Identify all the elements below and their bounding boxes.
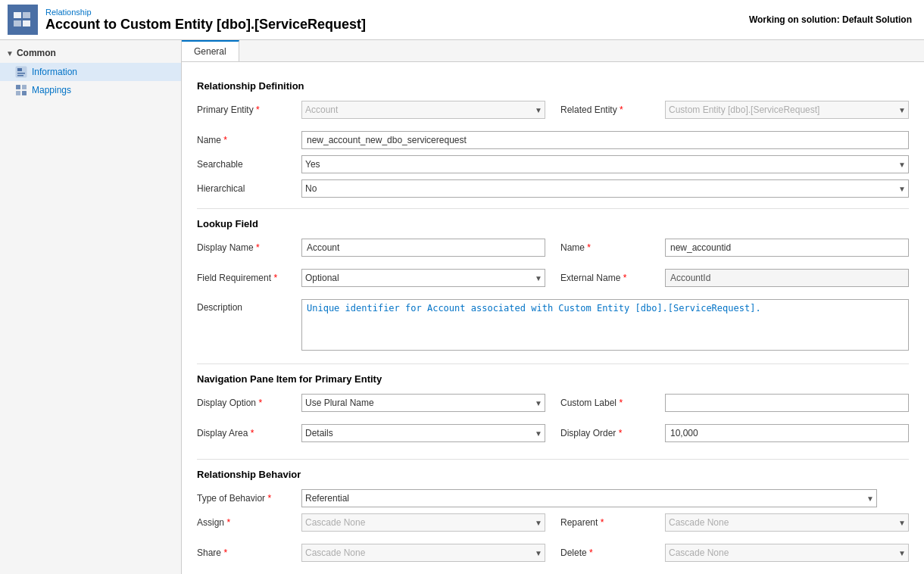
reparent-value: Cascade None ▼ [665, 513, 909, 532]
svg-rect-9 [22, 85, 27, 89]
type-behavior-select[interactable]: Referential Parental Configurable Cascad… [301, 489, 877, 507]
type-behavior-select-wrapper: Referential Parental Configurable Cascad… [301, 489, 877, 507]
display-order-required: * [619, 428, 623, 438]
field-requirement-field: Field Requirement * Optional Required Re… [197, 269, 545, 287]
divider-3 [197, 459, 909, 460]
display-order-input[interactable] [665, 424, 909, 442]
field-requirement-value: Optional Required Recommended ▼ [301, 269, 545, 287]
primary-entity-required: * [256, 105, 260, 115]
share-field: Share * Cascade None ▼ [197, 544, 545, 562]
form-content: Relationship Definition Primary Entity *… [182, 62, 924, 574]
display-area-required: * [251, 428, 254, 438]
description-textarea[interactable]: Unique identifier for Account associated… [301, 299, 909, 351]
type-behavior-required: * [267, 493, 271, 504]
mappings-icon [15, 84, 27, 96]
divider-2 [197, 363, 909, 364]
display-area-field: Display Area * Details Marketing Sales S… [197, 424, 545, 442]
section-title-behavior: Relationship Behavior [197, 469, 909, 480]
lookup-name-input[interactable] [665, 239, 909, 257]
external-name-value [665, 269, 909, 287]
external-name-required: * [623, 273, 627, 283]
svg-rect-3 [23, 20, 30, 27]
primary-entity-label: Primary Entity * [197, 105, 295, 115]
display-area-order-row: Display Area * Details Marketing Sales S… [197, 424, 909, 448]
header-left: Relationship Account to Custom Entity [d… [8, 5, 366, 35]
reparent-label: Reparent * [560, 517, 659, 528]
lookup-name-required: * [587, 242, 591, 253]
collapse-icon: ▼ [6, 49, 14, 58]
primary-entity-select[interactable]: Account [301, 101, 545, 119]
assign-required: * [226, 517, 230, 528]
sidebar-item-information[interactable]: Information [0, 63, 181, 81]
display-name-field: Display Name * [197, 239, 545, 257]
display-area-select[interactable]: Details Marketing Sales Service [301, 424, 545, 442]
assign-reparent-row: Assign * Cascade None ▼ [197, 513, 909, 538]
display-order-label: Display Order * [560, 428, 659, 438]
section-title-nav-pane: Navigation Pane Item for Primary Entity [197, 373, 909, 385]
body-container: ▼ Common Information Map [0, 40, 924, 574]
type-behavior-value: Referential Parental Configurable Cascad… [301, 489, 877, 507]
searchable-select-wrapper: Yes No ▼ [301, 155, 909, 173]
tab-general[interactable]: General [182, 40, 239, 61]
assign-select[interactable]: Cascade None [301, 513, 545, 532]
external-name-input[interactable] [665, 269, 909, 287]
assign-value: Cascade None ▼ [301, 513, 545, 532]
delete-required: * [589, 547, 593, 558]
svg-rect-11 [22, 91, 27, 95]
svg-rect-10 [16, 91, 20, 95]
svg-rect-1 [23, 12, 30, 18]
searchable-select[interactable]: Yes No [301, 155, 909, 173]
svg-rect-0 [14, 12, 21, 18]
field-requirement-select[interactable]: Optional Required Recommended [301, 269, 545, 287]
related-entity-select[interactable]: Custom Entity [dbo].[ServiceRequest] [665, 101, 909, 119]
reparent-required: * [601, 517, 604, 528]
type-behavior-label: Type of Behavior * [197, 493, 295, 504]
name-input[interactable] [301, 131, 909, 149]
custom-label-required: * [619, 398, 623, 408]
assign-label: Assign * [197, 517, 295, 528]
assign-select-wrapper: Cascade None ▼ [301, 513, 545, 532]
share-select[interactable]: Cascade None [301, 544, 545, 562]
display-order-value [665, 424, 909, 442]
svg-rect-5 [17, 68, 22, 71]
display-name-value [301, 239, 545, 257]
delete-select[interactable]: Cascade None [665, 544, 909, 562]
lookup-name-field: Name * [560, 239, 909, 257]
sidebar-item-information-label: Information [32, 67, 77, 77]
svg-rect-7 [17, 75, 23, 76]
sidebar-item-mappings[interactable]: Mappings [0, 81, 181, 99]
primary-entity-field: Primary Entity * Account ▼ [197, 101, 545, 119]
sidebar-section-common[interactable]: ▼ Common [0, 43, 181, 63]
hierarchical-select[interactable]: No Yes [301, 179, 909, 198]
field-req-external-row: Field Requirement * Optional Required Re… [197, 269, 909, 293]
delete-select-wrapper: Cascade None ▼ [665, 544, 909, 562]
external-name-label: External Name * [560, 273, 659, 283]
display-name-input[interactable] [301, 239, 545, 257]
name-required: * [223, 135, 227, 145]
related-entity-required: * [620, 105, 623, 115]
section-title-lookup: Lookup Field [197, 218, 909, 229]
primary-entity-value: Account ▼ [301, 101, 545, 119]
sidebar: ▼ Common Information Map [0, 40, 182, 574]
related-entity-value: Custom Entity [dbo].[ServiceRequest] ▼ [665, 101, 909, 119]
reparent-field: Reparent * Cascade None ▼ [560, 513, 909, 532]
related-entity-select-wrapper: Custom Entity [dbo].[ServiceRequest] ▼ [665, 101, 909, 119]
searchable-field: Searchable Yes No ▼ [197, 155, 909, 173]
header-titles: Relationship Account to Custom Entity [d… [45, 8, 366, 33]
reparent-select[interactable]: Cascade None [665, 513, 909, 532]
lookup-name-value [665, 239, 909, 257]
app-icon [8, 5, 38, 35]
description-label: Description [197, 299, 295, 313]
type-behavior-field: Type of Behavior * Referential Parental … [197, 489, 909, 507]
primary-related-entity-row: Primary Entity * Account ▼ Related [197, 101, 909, 125]
information-icon [15, 66, 27, 78]
tab-bar: General [182, 40, 924, 62]
custom-label-input[interactable] [665, 394, 909, 412]
custom-label-label: Custom Label * [560, 398, 659, 408]
delete-label: Delete * [560, 547, 659, 558]
field-requirement-select-wrapper: Optional Required Recommended ▼ [301, 269, 545, 287]
custom-label-value [665, 394, 909, 412]
header-subtitle: Relationship [45, 8, 366, 17]
sidebar-section-label: Common [17, 48, 56, 58]
display-option-select[interactable]: Use Plural Name Use Custom Label Do Not … [301, 394, 545, 412]
